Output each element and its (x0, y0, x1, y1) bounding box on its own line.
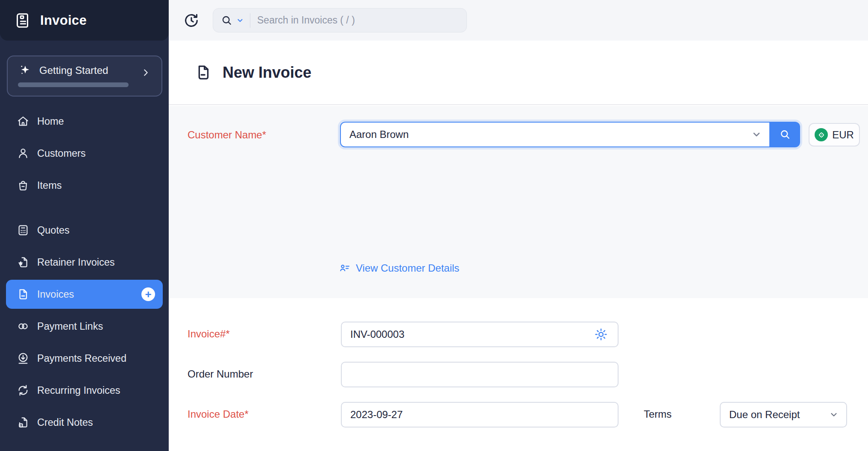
customer-details-icon (339, 262, 351, 274)
customer-name-input[interactable] (340, 122, 770, 147)
sidebar-item-recurring-invoices[interactable]: Recurring Invoices (6, 376, 163, 405)
link-icon (16, 319, 30, 333)
customer-name-label: Customer Name* (188, 129, 266, 141)
invoice-date-label: Invoice Date* (188, 408, 249, 420)
terms-value: Due on Receipt (729, 409, 800, 421)
currency-button[interactable]: EUR (809, 123, 860, 146)
search-icon (779, 129, 791, 141)
sidebar-item-label: Retainer Invoices (37, 257, 115, 268)
invoice-doc-icon (16, 287, 30, 301)
home-icon (16, 114, 30, 128)
view-customer-details-link[interactable]: View Customer Details (339, 262, 459, 274)
invoice-number-input[interactable] (341, 322, 619, 347)
sidebar-item-invoices[interactable]: Invoices + (6, 280, 163, 309)
invoice-details-section: Invoice#* Order Number Invoice Date* Ter… (169, 298, 868, 451)
getting-started-progress-fill (18, 82, 129, 87)
sidebar-item-customers[interactable]: Customers (6, 139, 163, 168)
payment-received-icon (16, 351, 30, 365)
quotes-icon (16, 223, 30, 237)
page-header: New Invoice (169, 41, 868, 105)
sparkle-icon (18, 63, 32, 78)
currency-icon (815, 128, 828, 141)
customer-search-button[interactable] (770, 122, 800, 147)
order-number-label: Order Number (188, 368, 253, 380)
page-title: New Invoice (223, 64, 311, 82)
currency-code: EUR (832, 129, 854, 141)
main-content: New Invoice Customer Name* EUR (169, 0, 868, 451)
recurring-refresh-icon (16, 384, 30, 397)
search-scope-chevron-icon[interactable] (236, 17, 244, 24)
search-divider (250, 13, 250, 28)
sidebar-nav: Home Customers Items Quotes Retainer Inv… (6, 107, 163, 440)
search-input[interactable] (257, 15, 459, 26)
getting-started-progress (18, 82, 153, 87)
sidebar-item-label: Invoices (37, 289, 74, 300)
terms-label: Terms (644, 408, 672, 420)
invoice-app-logo-icon (13, 11, 32, 30)
invoice-date-input[interactable] (341, 402, 619, 428)
sidebar-item-credit-notes[interactable]: Credit Notes (6, 408, 163, 437)
retainer-invoice-icon (16, 255, 30, 269)
sidebar-item-retainer-invoices[interactable]: Retainer Invoices (6, 248, 163, 277)
items-bag-icon (16, 179, 30, 192)
terms-chevron-down-icon (829, 410, 839, 419)
chevron-right-icon (141, 68, 150, 77)
customer-section: Customer Name* EUR View Customer Details (169, 106, 868, 298)
sidebar-item-items[interactable]: Items (6, 171, 163, 200)
search-icon (221, 15, 233, 26)
sidebar-item-label: Recurring Invoices (37, 385, 120, 396)
view-customer-details-text: View Customer Details (356, 262, 459, 274)
new-invoice-plus-icon[interactable]: + (141, 287, 155, 301)
sidebar-item-label: Home (37, 116, 64, 127)
sidebar: Invoice Getting Started Home (0, 0, 169, 451)
credit-note-icon (16, 416, 30, 429)
new-invoice-doc-icon (194, 64, 212, 82)
invoice-number-settings-gear-icon[interactable] (594, 327, 608, 342)
app-logo-header: Invoice (0, 0, 169, 41)
getting-started-label: Getting Started (39, 64, 134, 76)
sidebar-item-label: Quotes (37, 225, 70, 236)
customers-icon (16, 146, 30, 160)
sidebar-item-label: Items (37, 180, 62, 191)
getting-started-card[interactable]: Getting Started (7, 56, 162, 97)
topbar (169, 0, 868, 41)
sidebar-item-payment-links[interactable]: Payment Links (6, 312, 163, 341)
sidebar-item-label: Payment Links (37, 321, 103, 332)
terms-select[interactable]: Due on Receipt (720, 402, 847, 428)
sidebar-item-payments-received[interactable]: Payments Received (6, 344, 163, 373)
customer-select-group (340, 122, 800, 147)
sidebar-item-home[interactable]: Home (6, 107, 163, 136)
global-search-box[interactable] (213, 8, 467, 32)
app-title: Invoice (40, 13, 87, 28)
invoice-number-label: Invoice#* (188, 328, 230, 340)
sidebar-item-label: Customers (37, 148, 86, 159)
sidebar-item-quotes[interactable]: Quotes (6, 216, 163, 245)
recent-history-icon[interactable] (183, 12, 200, 29)
order-number-input[interactable] (341, 362, 619, 387)
sidebar-item-label: Credit Notes (37, 417, 93, 428)
sidebar-item-label: Payments Received (37, 353, 126, 364)
